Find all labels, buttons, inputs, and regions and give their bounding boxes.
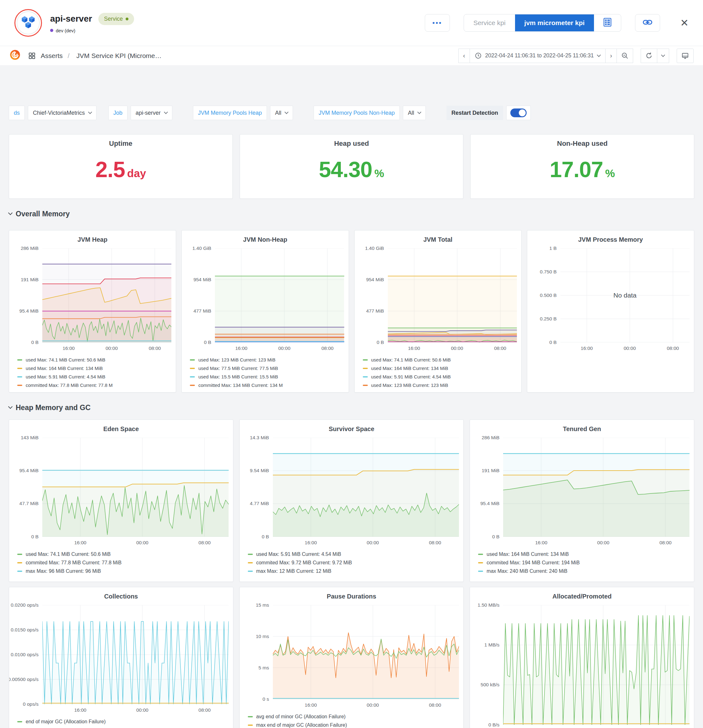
chart-legend: used Max: 74.1 MiB Current: 50.6 MiBcomm… — [13, 548, 229, 576]
legend-item[interactable]: used Max: 164 MiB Current: 134 MiB — [478, 550, 690, 558]
legend-item[interactable]: end of major GC (Allocation Failure) — [17, 717, 229, 726]
job-label: Job — [108, 105, 128, 120]
legend-item[interactable]: commited Max: 194 MiB Current: 194 MiB — [478, 558, 690, 567]
legend-item[interactable]: used Max: 77.5 MiB Current: 77.5 MiB — [190, 364, 344, 373]
panel-title[interactable]: Allocated/Promoted — [474, 590, 690, 605]
legend-item[interactable]: used Max: 164 MiB Current: 134 MiB — [363, 364, 517, 373]
legend-item[interactable]: max Max: 96 MiB Current: 96 MiB — [17, 567, 229, 575]
y-tick-label: 0.250 B — [540, 316, 556, 322]
panel-title[interactable]: Survivor Space — [244, 423, 459, 438]
legend-item[interactable]: used Max: 123 MiB Current: 123 MiB — [190, 355, 344, 364]
legend-item[interactable]: commited Max: 77.8 MiB Current: 77.8 MiB — [17, 558, 229, 567]
time-shift-forward-button[interactable]: › — [605, 49, 617, 63]
y-axis: 286 MiB191 MiB95.4 MiB0 B — [474, 438, 503, 537]
chart-legend: used Max: 164 MiB Current: 134 MiBcommit… — [474, 548, 690, 576]
panel-title[interactable]: Collections — [13, 590, 229, 605]
share-link-button[interactable] — [635, 14, 660, 32]
panel-title[interactable]: Non-Heap used — [471, 134, 694, 148]
dashboard-list-button[interactable] — [594, 14, 621, 31]
chart-plot-area[interactable] — [273, 438, 459, 537]
service-avatar[interactable] — [14, 9, 42, 37]
chart-plot-area[interactable]: No data — [560, 248, 690, 342]
refresh-interval-button[interactable] — [657, 49, 669, 63]
time-range-picker[interactable]: 2022-04-24 11:06:31 to 2022-04-25 11:06:… — [470, 49, 606, 63]
legend-item[interactable]: used Max: 5.91 MiB Current: 4.54 MiB — [17, 373, 171, 381]
tv-mode-button[interactable] — [677, 49, 694, 63]
legend-label: used Max: 77.5 MiB Current: 77.5 MiB — [198, 365, 278, 371]
chart-plot-area[interactable] — [42, 605, 229, 704]
legend-item[interactable]: used Max: 123 MiB Current: 123 MiB — [363, 381, 517, 389]
legend-swatch-icon — [17, 721, 22, 722]
legend-swatch-icon — [248, 716, 253, 717]
stat-value: 54.30 — [319, 157, 372, 182]
legend-item[interactable]: used Max: 74.1 MiB Current: 50.6 MiB — [17, 550, 229, 558]
legend-item[interactable]: avg end of minor GC (Allocation Failure) — [248, 712, 459, 721]
y-tick-label: 0.0200 ops/s — [11, 602, 39, 608]
chevron-down-icon — [8, 404, 13, 409]
chart-plot-area[interactable] — [42, 248, 171, 342]
chart-canvas — [42, 248, 171, 342]
nonheap-pools-label: JVM Memory Pools Non-Heap — [314, 105, 400, 120]
legend-item[interactable]: max Max: 240 MiB Current: 240 MiB — [478, 567, 690, 575]
x-axis: 16:0000:0008:00 — [273, 537, 459, 548]
tab-service-kpi[interactable]: Service kpi — [464, 14, 515, 31]
y-tick-label: 286 MiB — [21, 246, 39, 251]
legend-item[interactable]: commited Max: 9.72 MiB Current: 9.72 MiB — [248, 558, 459, 567]
y-tick-label: 191 MiB — [21, 277, 39, 283]
chart-plot-area[interactable] — [273, 605, 459, 699]
chart-plot-area[interactable] — [215, 248, 344, 342]
y-tick-label: 954 MiB — [193, 277, 211, 283]
breadcrumb-app[interactable]: Asserts — [41, 52, 63, 59]
chart-plot-area[interactable] — [503, 438, 690, 537]
zoom-out-button[interactable] — [617, 49, 633, 63]
job-select[interactable]: api-server — [131, 105, 172, 120]
legend-swatch-icon — [478, 571, 483, 572]
heap-pools-select[interactable]: All — [270, 105, 293, 120]
panel-title[interactable]: Pause Durations — [244, 590, 459, 605]
legend-label: used Max: 164 MiB Current: 134 MiB — [26, 365, 103, 371]
panel-title[interactable]: Heap used — [240, 134, 463, 148]
time-shift-back-button[interactable]: ‹ — [458, 49, 470, 63]
legend-item[interactable]: used Max: 15.5 MiB Current: 15.5 MiB — [190, 373, 344, 381]
legend-label: commited Max: 77.8 MiB Current: 77.8 MiB — [26, 560, 121, 566]
x-tick-label: 16:00 — [74, 707, 86, 713]
x-tick-label: 00:00 — [367, 702, 379, 708]
panel-pause-durations: Pause Durations 15 ms10 ms5 ms0 s16:0000… — [239, 587, 464, 728]
y-tick-label: 95.4 MiB — [19, 308, 39, 314]
legend-item[interactable]: used Max: 5.91 MiB Current: 4.54 MiB — [363, 373, 517, 381]
close-button[interactable]: ✕ — [680, 17, 689, 29]
chart-plot-area[interactable] — [388, 248, 517, 342]
legend-item[interactable]: max end of major GC (Allocation Failure) — [248, 721, 459, 728]
legend-item[interactable]: end of major GC (Metadata GC Threshold) — [17, 726, 229, 728]
chart-plot-area[interactable] — [503, 605, 690, 725]
chart-plot-area[interactable] — [42, 438, 229, 537]
ds-select[interactable]: Chief-VictoriaMetrics — [28, 105, 97, 120]
more-button[interactable]: ••• — [425, 14, 450, 32]
panel-title[interactable]: Eden Space — [13, 423, 229, 438]
chart-canvas — [273, 605, 459, 699]
legend-item[interactable]: max Max: 12 MiB Current: 12 MiB — [248, 567, 459, 575]
legend-item[interactable]: used Max: 74.1 MiB Current: 50.6 MiB — [17, 355, 171, 364]
ds-label: ds — [9, 105, 25, 120]
y-tick-label: 143 MiB — [21, 435, 39, 441]
nonheap-pools-select[interactable]: All — [403, 105, 426, 120]
legend-item[interactable]: used Max: 74.1 MiB Current: 50.6 MiB — [363, 355, 517, 364]
tab-jvm-micrometer-kpi[interactable]: jvm micrometer kpi — [515, 14, 594, 31]
legend-item[interactable]: used Max: 5.91 MiB Current: 4.54 MiB — [248, 550, 459, 558]
legend-item[interactable]: committed Max: 134 MiB Current: 134 M — [190, 381, 344, 389]
dashboards-grid-icon[interactable] — [28, 52, 36, 59]
panel-title[interactable]: Uptime — [9, 134, 232, 148]
refresh-button[interactable] — [641, 49, 657, 63]
section-heap-memory-gc[interactable]: Heap Memory and GC — [9, 401, 694, 414]
y-axis: 143 MiB95.4 MiB47.7 MiB0 B — [13, 438, 42, 537]
panel-jvm-total: JVM Total 1.40 GiB954 MiB477 MiB0 B16:00… — [354, 230, 521, 393]
legend-item[interactable]: used Max: 164 MiB Current: 134 MiB — [17, 364, 171, 373]
legend-item[interactable]: committed Max: 77.8 MiB Current: 77.8 M — [17, 381, 171, 389]
panel-title[interactable]: Tenured Gen — [474, 423, 690, 438]
chevron-down-icon — [8, 211, 13, 215]
section-overall-memory[interactable]: Overall Memory — [9, 208, 694, 220]
restart-detection-toggle[interactable] — [510, 108, 527, 117]
time-range-label: 2022-04-24 11:06:31 to 2022-04-25 11:06:… — [485, 52, 594, 59]
grafana-logo-icon[interactable] — [9, 49, 21, 62]
legend-swatch-icon — [17, 385, 22, 386]
